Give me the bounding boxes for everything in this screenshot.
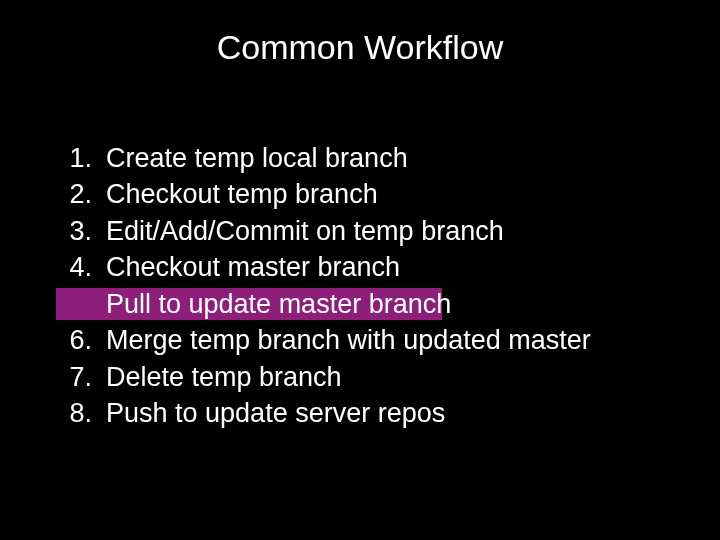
- item-text: Checkout master branch: [106, 249, 400, 285]
- item-number: 8.: [56, 395, 92, 431]
- list-item: 1. Create temp local branch: [56, 140, 591, 176]
- item-text: Merge temp branch with updated master: [106, 322, 591, 358]
- item-text: Pull to update master branch: [106, 286, 451, 322]
- item-number: 3.: [56, 213, 92, 249]
- item-text: Delete temp branch: [106, 359, 342, 395]
- item-text: Edit/Add/Commit on temp branch: [106, 213, 504, 249]
- item-number: 7.: [56, 359, 92, 395]
- item-number: 4.: [56, 249, 92, 285]
- slide: Common Workflow 1. Create temp local bra…: [0, 0, 720, 540]
- list-item: 2. Checkout temp branch: [56, 176, 591, 212]
- item-number: 2.: [56, 176, 92, 212]
- item-text: Push to update server repos: [106, 395, 445, 431]
- step-list: 1. Create temp local branch 2. Checkout …: [56, 140, 591, 432]
- item-number: 6.: [56, 322, 92, 358]
- item-text: Checkout temp branch: [106, 176, 378, 212]
- list-item: 7. Delete temp branch: [56, 359, 591, 395]
- item-number: 1.: [56, 140, 92, 176]
- list-item: 8. Push to update server repos: [56, 395, 591, 431]
- item-text: Create temp local branch: [106, 140, 408, 176]
- list-item: 4. Checkout master branch: [56, 249, 591, 285]
- list-item: 3. Edit/Add/Commit on temp branch: [56, 213, 591, 249]
- list-item-highlighted: 5. Pull to update master branch: [56, 286, 591, 322]
- list-item: 6. Merge temp branch with updated master: [56, 322, 591, 358]
- slide-title: Common Workflow: [0, 28, 720, 67]
